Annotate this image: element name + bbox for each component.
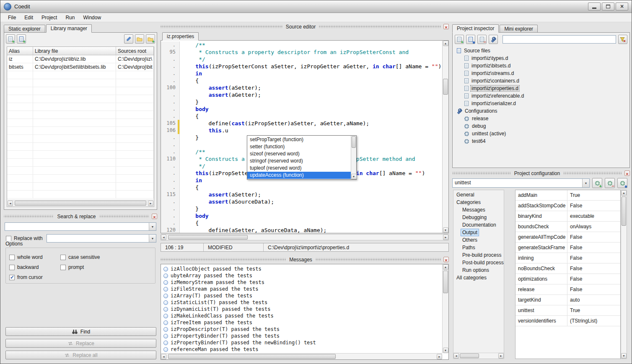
completion-item[interactable]: updateAccess (function): [247, 172, 351, 179]
message-row[interactable]: izArray(T) passed the tests: [162, 292, 442, 299]
replace-with-checkbox[interactable]: [6, 236, 11, 241]
close-panel-button[interactable]: [443, 257, 449, 262]
chevron-down-icon[interactable]: [149, 223, 156, 230]
replace-term-combobox[interactable]: [47, 234, 156, 243]
editor-vertical-scrollbar[interactable]: [442, 41, 448, 233]
category-debugging[interactable]: Debugging: [453, 214, 504, 221]
scrollbar-track[interactable]: [621, 196, 627, 353]
scroll-left-icon[interactable]: [161, 354, 166, 359]
message-row[interactable]: izFileStream passed the tests: [162, 286, 442, 292]
editor-horizontal-scrollbar[interactable]: [161, 234, 449, 240]
category-others[interactable]: Others: [453, 236, 504, 244]
message-row[interactable]: izMakeLinkedClass passed the tests: [162, 312, 442, 319]
close-button[interactable]: [616, 3, 628, 10]
messages-vertical-scrollbar[interactable]: [442, 264, 448, 353]
message-row[interactable]: izDynamicList(T) passed the tests: [162, 306, 442, 312]
completion-item[interactable]: tupleof (reserved word): [247, 165, 351, 172]
code-editor[interactable]: . /**95 * Constructs a property descript…: [161, 40, 449, 233]
tab-library-manager[interactable]: Library manager: [46, 24, 92, 33]
message-row[interactable]: izMemoryStream passed the tests: [162, 279, 442, 286]
category-pre-build-process[interactable]: Pre-build process: [453, 251, 504, 259]
tree-node-test64[interactable]: test64: [454, 137, 628, 145]
category-paths[interactable]: Paths: [453, 244, 504, 251]
scroll-down-icon[interactable]: [621, 353, 627, 359]
category-messages[interactable]: Messages: [453, 206, 504, 214]
property-row[interactable]: boundsCheckonAlways: [515, 222, 620, 232]
property-row[interactable]: noBoundsCheckFalse: [515, 263, 620, 274]
categories-horizontal-scrollbar[interactable]: [453, 353, 504, 359]
option-case-sensitive[interactable]: case sensitive: [60, 254, 153, 260]
close-panel-button[interactable]: [443, 24, 449, 29]
tab-project-inspector[interactable]: Project inspector: [452, 24, 499, 33]
scroll-right-icon[interactable]: [443, 235, 448, 240]
checkbox-icon[interactable]: [9, 255, 15, 260]
completion-scrollbar[interactable]: [351, 136, 356, 179]
option-whole-word[interactable]: whole word: [9, 254, 60, 260]
property-row[interactable]: addStackStompCodeFalse: [515, 201, 620, 211]
add-source-button[interactable]: −: [477, 35, 487, 44]
scrollbar-thumb[interactable]: [460, 354, 479, 358]
library-horizontal-scrollbar[interactable]: [8, 200, 153, 206]
replace-button[interactable]: Replace: [5, 339, 156, 348]
library-column-header[interactable]: Library file: [33, 47, 116, 55]
menu-file[interactable]: File: [4, 13, 20, 22]
dock-grip[interactable]: [99, 215, 149, 218]
checkbox-icon[interactable]: [60, 265, 66, 270]
save-library-list-button[interactable]: +: [17, 34, 26, 44]
remove-configuration-button[interactable]: −: [605, 178, 615, 188]
tab-static-explorer[interactable]: Static explorer: [4, 25, 45, 32]
menu-edit[interactable]: Edit: [20, 13, 37, 22]
property-row[interactable]: unittestTrue: [515, 305, 620, 316]
tab-mini-explorer[interactable]: Mini explorer: [500, 25, 538, 32]
tree-node-configurations[interactable]: Configurations: [454, 107, 628, 115]
scroll-up-icon[interactable]: [443, 264, 448, 270]
scroll-down-icon[interactable]: [443, 348, 448, 353]
property-row[interactable]: addMainTrue: [515, 190, 620, 201]
clone-configuration-button[interactable]: [617, 178, 627, 188]
tools-button[interactable]: [489, 35, 498, 44]
scroll-right-icon[interactable]: [498, 353, 504, 359]
menu-run[interactable]: Run: [61, 13, 79, 22]
scroll-down-icon[interactable]: [443, 227, 448, 233]
dock-grip[interactable]: [452, 172, 511, 175]
property-row[interactable]: optimizationsFalse: [515, 274, 620, 284]
property-grid-scrollbar[interactable]: [621, 190, 627, 359]
scroll-down-icon[interactable]: [351, 174, 357, 179]
chevron-down-icon[interactable]: [582, 179, 589, 187]
property-row[interactable]: generateAllTmpCodeFalse: [515, 232, 620, 243]
option-backward[interactable]: backward: [9, 264, 60, 270]
message-row[interactable]: izPropDescriptor(T) passed the tests: [162, 326, 442, 333]
configuration-combobox[interactable]: unittest: [452, 178, 590, 188]
dock-grip[interactable]: [316, 258, 441, 261]
minimize-button[interactable]: [588, 3, 601, 10]
library-column-header[interactable]: Alias: [7, 47, 33, 55]
property-row[interactable]: versionIdentifiers(TStringList): [515, 316, 620, 326]
clear-filter-button[interactable]: [618, 35, 627, 44]
scrollbar-track[interactable]: [443, 46, 448, 227]
scrollbar-track[interactable]: [351, 136, 356, 174]
completion-item[interactable]: stringof (reserved word): [247, 157, 351, 165]
tree-node-debug[interactable]: debug: [454, 122, 628, 130]
scrollbar-thumb[interactable]: [168, 235, 248, 240]
property-row[interactable]: releaseFalse: [515, 284, 620, 295]
message-row[interactable]: izPropertyBinder(T) passed the tests: [162, 333, 442, 339]
scrollbar-track[interactable]: [13, 200, 148, 206]
scrollbar-track[interactable]: [443, 270, 448, 348]
message-row[interactable]: izStaticList(T) passed the tests: [162, 299, 442, 306]
tree-node-import-iz-serializer-d[interactable]: import\iz\serializer.d: [454, 100, 628, 107]
property-row[interactable]: generateStackFrameFalse: [515, 243, 620, 253]
library-row[interactable]: bitsetsC:\Dev\dproj\bitSet\lib\bitsets.l…: [7, 63, 154, 71]
scrollbar-track[interactable]: [166, 354, 437, 359]
scrollbar-thumb[interactable]: [15, 201, 146, 206]
maximize-button[interactable]: [602, 3, 614, 10]
search-term-combobox[interactable]: [5, 222, 156, 231]
menu-project[interactable]: Project: [37, 13, 61, 22]
tree-node-import-iz-containers-d[interactable]: import\iz\containers.d: [454, 77, 628, 85]
close-panel-button[interactable]: [152, 214, 157, 219]
tree-node-import-iz-types-d[interactable]: import\iz\types.d: [454, 54, 628, 62]
message-row[interactable]: izPropertyBinder(T) passed the newBindin…: [162, 339, 442, 346]
new-source-button[interactable]: +: [455, 35, 464, 44]
scroll-left-icon[interactable]: [161, 235, 166, 240]
option-prompt[interactable]: prompt: [60, 264, 153, 270]
tree-node-source-files[interactable]: Source files: [454, 47, 628, 54]
